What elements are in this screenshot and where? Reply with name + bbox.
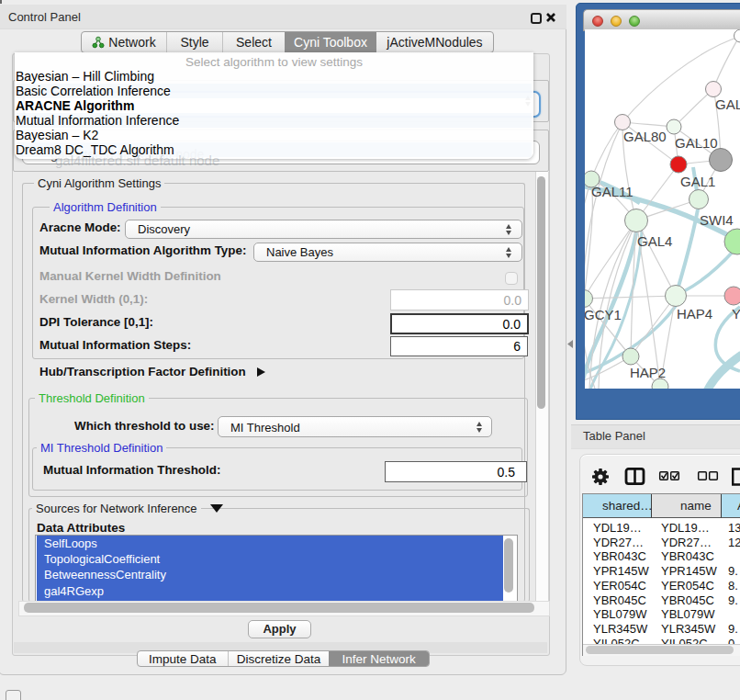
svg-text:GAL4: GAL4 bbox=[637, 233, 672, 249]
svg-text:GAL1: GAL1 bbox=[715, 96, 740, 112]
svg-text:SWI4: SWI4 bbox=[700, 212, 734, 228]
svg-text:HAP2: HAP2 bbox=[630, 365, 666, 380]
svg-text:GAL11: GAL11 bbox=[591, 184, 633, 199]
svg-text:YP: YP bbox=[732, 306, 740, 322]
svg-text:GAL1: GAL1 bbox=[680, 174, 715, 189]
svg-text:GCY1: GCY1 bbox=[585, 307, 622, 322]
svg-text:GAL80: GAL80 bbox=[623, 129, 667, 144]
svg-text:HAP4: HAP4 bbox=[677, 306, 712, 322]
svg-text:GAL10: GAL10 bbox=[675, 135, 718, 151]
